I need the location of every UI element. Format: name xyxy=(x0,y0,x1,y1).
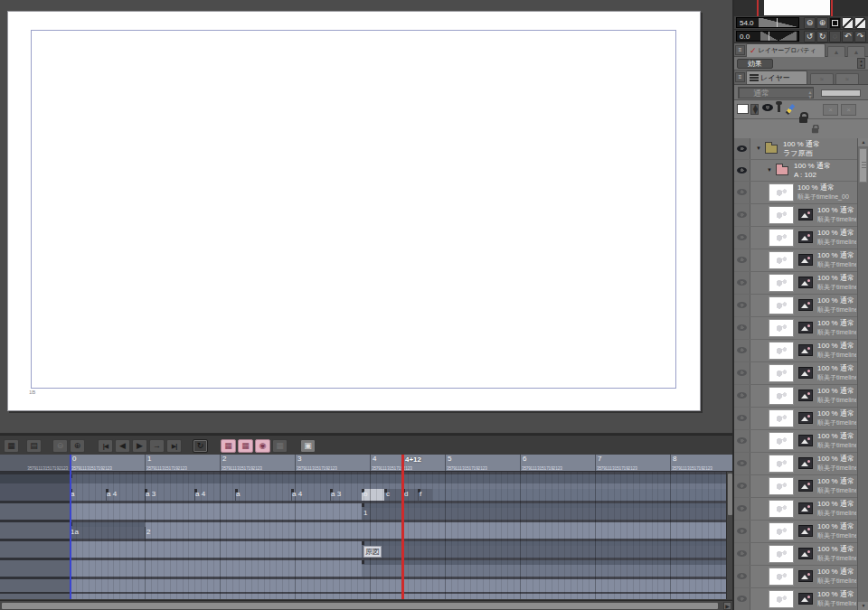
cel-view-icon[interactable]: ▤ xyxy=(26,439,42,453)
layer-thumbnail[interactable] xyxy=(769,387,794,405)
timeline-track-row[interactable]: aa 4a 3a 4aa 4a 3bcdf xyxy=(0,489,732,501)
cel-label[interactable]: a 3 xyxy=(331,490,341,498)
visibility-eye-icon[interactable] xyxy=(737,437,747,444)
layer-row[interactable]: 100 % 通常順美子timeline_00 xyxy=(734,182,857,204)
layer-thumbnail[interactable] xyxy=(769,251,794,269)
onion-skin-settings-button[interactable]: ▦ xyxy=(238,439,253,453)
visibility-eye-icon[interactable] xyxy=(737,528,747,534)
cel-label[interactable]: a 4 xyxy=(107,490,117,498)
drawing-page[interactable]: 1B xyxy=(7,11,701,411)
scroll-down-button[interactable]: ▼ xyxy=(858,602,868,610)
timeline-vertical-scrollbar[interactable] xyxy=(726,472,732,599)
mask-disabled-icon[interactable]: × xyxy=(823,104,838,116)
layer-row[interactable]: 100 % 通常順美子timeline_00 xyxy=(734,362,857,385)
reset-display-button[interactable] xyxy=(842,17,854,29)
timeline-track-row[interactable] xyxy=(0,474,732,483)
timeline-horizontal-scrollbar[interactable]: ▶ xyxy=(0,600,732,610)
layer-row[interactable]: 100 % 通常順美子timeline_00 xyxy=(734,430,857,453)
effect-button[interactable]: 効果 xyxy=(737,59,773,69)
tab-layer[interactable]: レイヤー xyxy=(746,70,807,84)
timeline-track-row[interactable]: 1a2 xyxy=(0,527,732,539)
timeline-clip[interactable] xyxy=(70,527,145,539)
layer-thumbnail[interactable] xyxy=(769,590,794,608)
layer-thumbnail[interactable] xyxy=(769,500,794,518)
light-table-button[interactable]: ▦ xyxy=(272,439,288,453)
visibility-eye-icon[interactable] xyxy=(737,483,747,489)
slider-handle[interactable] xyxy=(777,18,778,28)
layer-folder-row[interactable]: ▼100 % 通常ラフ原画 xyxy=(734,138,857,160)
layer-row[interactable]: 100 % 通常順美子timeline_00 xyxy=(734,475,857,498)
cel-label[interactable]: d xyxy=(404,490,408,498)
layer-row[interactable]: 100 % 通常順美子timeline_00 xyxy=(734,272,857,295)
timeline-clip[interactable] xyxy=(432,489,732,501)
layer-thumbnail[interactable] xyxy=(769,568,794,586)
visibility-eye-icon[interactable] xyxy=(737,189,747,195)
zoom-in-icon[interactable]: ⊕ xyxy=(70,439,85,453)
ruler-disabled-icon[interactable]: × xyxy=(841,104,856,116)
reset-rotation-icon[interactable]: ◌ xyxy=(829,31,841,42)
reference-pin-icon[interactable] xyxy=(778,104,780,112)
zoom-slider[interactable]: 54.0 xyxy=(736,17,799,28)
panel-menu-icon[interactable]: ≡ xyxy=(735,45,745,55)
visibility-eye-icon[interactable] xyxy=(737,550,747,557)
layer-row[interactable]: 100 % 通常順美子timeline_00 xyxy=(734,227,857,249)
visibility-eye-icon[interactable] xyxy=(737,211,747,218)
cel-label[interactable]: 1a xyxy=(71,528,79,536)
cel-label[interactable]: c xyxy=(386,490,390,498)
timeline-track-row[interactable] xyxy=(0,584,732,592)
tab-material[interactable]: ▲ xyxy=(847,46,865,57)
lock-icon[interactable] xyxy=(799,117,807,123)
cel-label[interactable]: a 3 xyxy=(146,490,156,498)
rotate-snap-left-icon[interactable]: ↶ xyxy=(842,31,854,42)
visibility-eye-icon[interactable] xyxy=(737,370,747,376)
timeline-list-icon[interactable]: ▦ xyxy=(4,439,19,453)
cel-label[interactable]: 原図 xyxy=(363,546,382,558)
layer-row[interactable]: 100 % 通常順美子timeline_00 xyxy=(734,340,857,362)
cel-label[interactable]: 1 xyxy=(363,509,367,517)
cel-label[interactable]: 2 xyxy=(146,528,150,536)
layer-thumbnail[interactable] xyxy=(769,296,794,314)
panel-menu-icon[interactable]: ≡ xyxy=(735,72,745,82)
layer-thumbnail[interactable] xyxy=(769,319,794,337)
navigator-preview[interactable] xyxy=(734,0,868,16)
palette-swatch[interactable] xyxy=(737,104,749,114)
layer-list-scrollbar[interactable]: ▲ ▼ xyxy=(857,138,868,610)
expand-arrow-icon[interactable]: ▼ xyxy=(756,145,761,151)
visibility-eye-icon[interactable] xyxy=(737,324,747,331)
layer-row[interactable]: 100 % 通常順美子timeline_00 xyxy=(734,249,857,272)
timeline-clip[interactable] xyxy=(362,546,732,558)
visibility-eye-icon[interactable] xyxy=(737,167,747,174)
lock-transparent-icon[interactable] xyxy=(812,128,818,134)
rotation-slider[interactable]: 0.0 xyxy=(736,31,799,42)
scrollbar-thumb[interactable] xyxy=(859,148,867,183)
layer-row[interactable]: 100 % 通常順美子timeline_00 xyxy=(734,295,857,317)
layer-thumbnail[interactable] xyxy=(769,522,794,540)
blend-mode-select[interactable]: 通常 ▲▼ xyxy=(738,87,814,99)
layer-thumbnail[interactable] xyxy=(769,545,794,563)
flip-display-button[interactable] xyxy=(854,17,866,29)
go-to-start-button[interactable]: |◀ xyxy=(98,439,113,453)
timeline-track-row[interactable] xyxy=(0,594,732,599)
layer-row[interactable]: 100 % 通常順美子timeline_00 xyxy=(734,498,857,521)
playhead[interactable] xyxy=(401,455,404,599)
clipping-oval-icon[interactable] xyxy=(762,104,773,111)
timeline-clip[interactable] xyxy=(384,489,432,501)
previous-frame-button[interactable]: ◀ xyxy=(115,439,130,453)
visibility-eye-icon[interactable] xyxy=(737,596,747,602)
layer-thumbnail[interactable] xyxy=(769,477,794,495)
visibility-eye-icon[interactable] xyxy=(737,392,747,399)
onion-skin-button[interactable]: ▦ xyxy=(221,439,236,453)
visibility-eye-icon[interactable] xyxy=(737,145,747,152)
zoom-out-icon[interactable]: ⊖ xyxy=(804,17,816,29)
cel-label[interactable]: f xyxy=(420,490,421,498)
layer-row[interactable]: 100 % 通常順美子timeline_00 xyxy=(734,204,857,227)
visibility-eye-icon[interactable] xyxy=(737,234,747,240)
timeline-track-row[interactable]: 原図 xyxy=(0,546,732,558)
layer-row[interactable]: 100 % 通常順美子timeline_00 xyxy=(734,566,857,588)
visibility-eye-icon[interactable] xyxy=(737,573,747,579)
layer-row[interactable]: 100 % 通常順美子timeline_00 xyxy=(734,588,857,610)
zoom-out-icon[interactable]: ⊖ xyxy=(52,439,68,453)
zoom-in-icon[interactable]: ⊕ xyxy=(816,17,828,29)
visibility-eye-icon[interactable] xyxy=(737,257,747,263)
cel-label[interactable]: a xyxy=(236,490,240,498)
